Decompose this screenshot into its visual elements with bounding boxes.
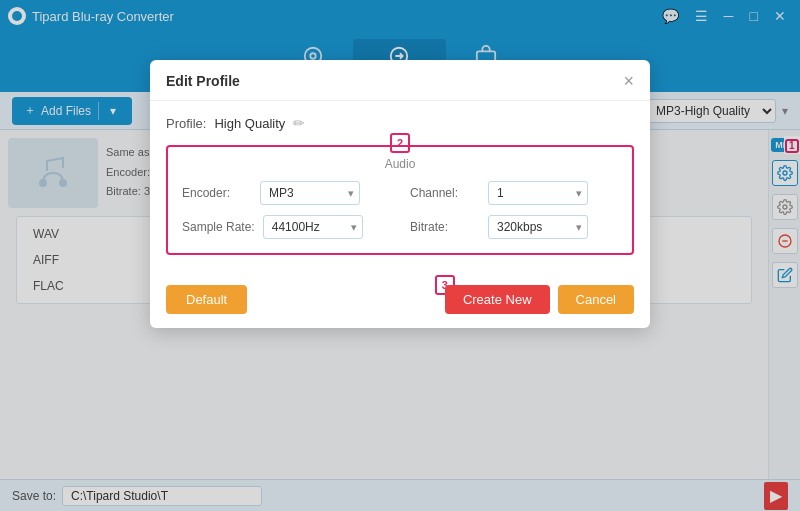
sample-rate-select-wrap: 44100Hz: [263, 215, 363, 239]
channel-label: Channel:: [410, 186, 480, 200]
bitrate-label: Bitrate:: [410, 220, 480, 234]
sample-rate-label: Sample Rate:: [182, 220, 255, 234]
modal-title: Edit Profile: [166, 73, 240, 89]
bitrate-select-wrap: 320kbps: [488, 215, 588, 239]
bitrate-select[interactable]: 320kbps: [488, 215, 588, 239]
modal-footer-btn-group: 3 Create New Cancel: [445, 285, 634, 314]
encoder-label: Encoder:: [182, 186, 252, 200]
modal-body: Profile: High Quality ✏ 2 Audio Encoder:: [150, 101, 650, 285]
edit-profile-modal: Edit Profile × Profile: High Quality ✏ 2…: [150, 60, 650, 328]
audio-form-grid: Encoder: MP3 Channel:: [182, 181, 618, 239]
profile-label: Profile:: [166, 116, 206, 131]
create-new-button[interactable]: Create New: [445, 285, 550, 314]
audio-section-wrap: 2 Audio Encoder: MP3: [166, 145, 634, 255]
encoder-row: Encoder: MP3: [182, 181, 390, 205]
audio-section: Audio Encoder: MP3: [166, 145, 634, 255]
modal-header: Edit Profile ×: [150, 60, 650, 101]
audio-section-label: Audio: [182, 157, 618, 171]
channel-select[interactable]: 1: [488, 181, 588, 205]
encoder-select-wrap: MP3: [260, 181, 360, 205]
profile-edit-icon[interactable]: ✏: [293, 115, 305, 131]
create-new-btn-wrap: 3 Create New: [445, 285, 550, 314]
modal-footer: Default 3 Create New Cancel: [150, 285, 650, 328]
default-button[interactable]: Default: [166, 285, 247, 314]
bitrate-row: Bitrate: 320kbps: [410, 215, 618, 239]
channel-row: Channel: 1: [410, 181, 618, 205]
profile-row: Profile: High Quality ✏: [166, 115, 634, 131]
sample-rate-row: Sample Rate: 44100Hz: [182, 215, 390, 239]
sample-rate-select[interactable]: 44100Hz: [263, 215, 363, 239]
modal-close-button[interactable]: ×: [623, 72, 634, 90]
channel-select-wrap: 1: [488, 181, 588, 205]
profile-value: High Quality: [214, 116, 285, 131]
cancel-button[interactable]: Cancel: [558, 285, 634, 314]
modal-overlay: Edit Profile × Profile: High Quality ✏ 2…: [0, 0, 800, 511]
encoder-select[interactable]: MP3: [260, 181, 360, 205]
